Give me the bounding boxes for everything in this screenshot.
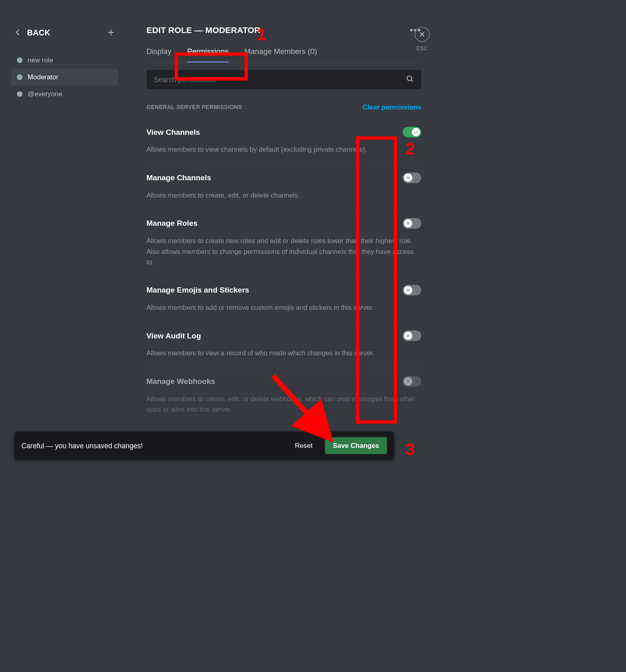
search-icon	[406, 75, 414, 84]
permission-description: Allows members to create, edit, or delet…	[146, 190, 421, 200]
permission-description: Allows members to add or remove custom e…	[146, 302, 421, 313]
permission-title: Manage Webhooks	[146, 377, 215, 386]
page-title: EDIT ROLE — MODERATOR	[146, 25, 260, 35]
role-list: new role Moderator @everyone	[8, 52, 121, 103]
unsaved-message: Careful — you have unsaved changes!	[21, 441, 282, 449]
back-button[interactable]: BACK	[14, 29, 50, 37]
permission-title: View Audit Log	[146, 332, 201, 340]
permission-description: Allows members to view channels by defau…	[146, 144, 421, 155]
permission-title: Manage Emojis and Stickers	[146, 286, 249, 295]
permission-title: View Channels	[146, 128, 200, 136]
esc-label: ESC	[416, 45, 428, 52]
close-icon	[414, 27, 430, 42]
toggle-knob	[404, 286, 412, 294]
back-arrow-icon	[14, 29, 22, 37]
search-permissions-box[interactable]	[146, 70, 421, 89]
reset-button[interactable]: Reset	[288, 438, 319, 453]
permission-row: View Channels Allows members to view cha…	[146, 119, 421, 165]
section-header: GENERAL SERVER PERMISSIONS Clear permiss…	[146, 103, 421, 111]
tab-display[interactable]: Display	[146, 45, 171, 62]
tab-permissions[interactable]: Permissions	[187, 45, 229, 62]
permission-toggle[interactable]	[403, 330, 421, 341]
role-item-new-role[interactable]: new role	[11, 52, 118, 69]
unsaved-changes-bar: Careful — you have unsaved changes! Rese…	[14, 431, 394, 460]
role-color-dot	[17, 91, 23, 97]
permission-toggle[interactable]	[403, 376, 421, 387]
permission-row: Manage Roles Allows members to create ne…	[146, 210, 421, 277]
permission-description: Allows members to create, edit, or delet…	[146, 394, 421, 414]
role-name: new role	[28, 56, 54, 64]
role-name: @everyone	[28, 90, 62, 98]
role-item-everyone[interactable]: @everyone	[11, 86, 118, 103]
permission-toggle[interactable]	[403, 173, 421, 183]
toggle-knob	[412, 128, 420, 136]
toggle-knob	[404, 219, 412, 228]
svg-point-2	[407, 76, 412, 80]
permission-row: Manage Channels Allows members to create…	[146, 165, 421, 210]
tab-manage-members[interactable]: Manage Members (0)	[244, 45, 317, 62]
permission-row: Manage Emojis and Stickers Allows member…	[146, 277, 421, 323]
permission-title: Manage Channels	[146, 173, 211, 182]
role-color-dot	[17, 58, 23, 63]
role-editor-panel: EDIT ROLE — MODERATOR ••• Display Permis…	[130, 0, 438, 470]
main-header: EDIT ROLE — MODERATOR •••	[146, 25, 421, 35]
permission-description: Allows members to create new roles and e…	[146, 235, 421, 267]
add-role-button[interactable]	[107, 28, 115, 38]
sidebar-header: BACK	[8, 23, 121, 52]
clear-permissions-link[interactable]: Clear permissions	[363, 103, 422, 111]
permission-description: Allows members to view a record of who m…	[146, 348, 421, 359]
permission-toggle[interactable]	[403, 218, 421, 229]
role-name: Moderator	[28, 73, 59, 81]
role-color-dot	[17, 74, 23, 80]
toggle-knob	[404, 377, 412, 386]
close-settings-button[interactable]: ESC	[414, 27, 430, 52]
permission-title: Manage Roles	[146, 219, 198, 228]
permission-row: Manage Webhooks Allows members to create…	[146, 368, 421, 425]
toggle-knob	[404, 332, 412, 340]
roles-sidebar: BACK new role Moderator @everyone	[0, 0, 130, 470]
section-label: GENERAL SERVER PERMISSIONS	[146, 104, 242, 110]
permission-row: View Audit Log Allows members to view a …	[146, 323, 421, 369]
permission-toggle[interactable]	[403, 285, 421, 296]
permissions-list: View Channels Allows members to view cha…	[146, 119, 421, 424]
tab-bar: Display Permissions Manage Members (0)	[146, 45, 421, 63]
back-label: BACK	[27, 29, 50, 37]
svg-line-3	[411, 80, 413, 82]
search-input[interactable]	[154, 75, 406, 83]
toggle-knob	[404, 173, 412, 182]
permission-toggle[interactable]	[403, 127, 421, 138]
role-item-moderator[interactable]: Moderator	[11, 69, 118, 86]
save-changes-button[interactable]: Save Changes	[325, 437, 387, 454]
